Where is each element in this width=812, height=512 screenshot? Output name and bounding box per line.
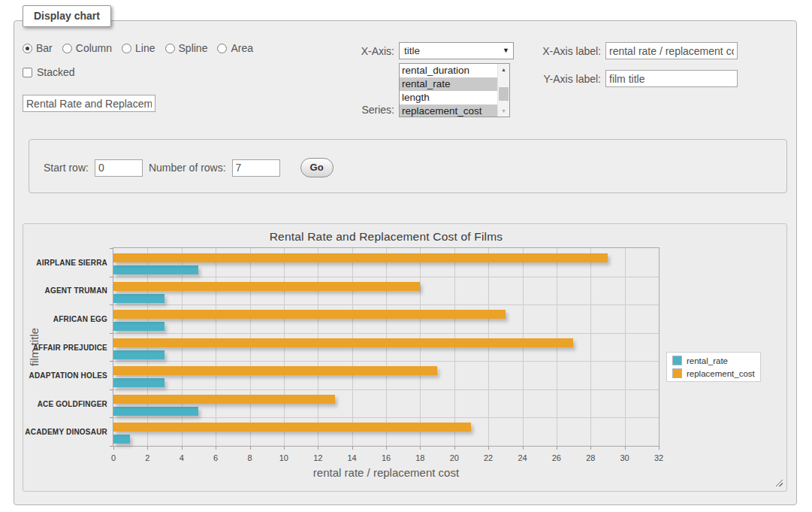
y-axis-tick	[110, 417, 113, 418]
bar-replacement_cost	[113, 282, 420, 291]
chart-title-input[interactable]	[23, 95, 155, 112]
stacked-checkbox[interactable]: Stacked	[23, 66, 75, 78]
plot-area	[113, 247, 660, 447]
legend-item-replacement_cost: replacement_cost	[672, 368, 755, 378]
x-axis-tick	[488, 447, 489, 450]
y-axis-tick	[110, 446, 113, 447]
resize-handle-icon[interactable]	[774, 477, 783, 486]
x-tick-label: 30	[620, 453, 629, 462]
radio-icon[interactable]	[217, 44, 227, 53]
y-axis-tick	[110, 389, 113, 390]
radio-icon[interactable]	[122, 44, 131, 53]
x-tick-label: 18	[415, 453, 424, 462]
x-axis-label-input[interactable]	[605, 42, 738, 59]
x-axis-tick	[454, 447, 455, 450]
x-axis-tick	[420, 447, 421, 450]
category-label: AFFAIR PREJUDICE	[23, 343, 107, 351]
num-rows-input[interactable]	[232, 159, 280, 177]
start-row-input[interactable]	[95, 159, 143, 177]
bar-replacement_cost	[113, 423, 471, 432]
bar-rental_rate	[113, 378, 165, 387]
x-tick-label: 4	[180, 453, 184, 462]
y-axis-label-input[interactable]	[605, 70, 738, 87]
y-axis-tick	[110, 304, 113, 305]
x-tick-label: 24	[518, 453, 527, 462]
category-label: AFRICAN EGG	[23, 314, 107, 323]
x-axis-tick	[523, 447, 524, 450]
gridline	[113, 304, 659, 305]
series-option-rental_rate[interactable]: rental_rate	[400, 77, 497, 91]
x-tick-label: 22	[484, 453, 493, 462]
x-tick-label: 8	[247, 453, 252, 462]
series-scrollbar[interactable]: ▲ ▼	[497, 64, 509, 117]
x-axis-title: rental rate / replacement cost	[113, 466, 660, 479]
chart-legend: rental_ratereplacement_cost	[666, 352, 761, 382]
x-tick-label: 32	[654, 453, 663, 462]
series-option-rental_duration[interactable]: rental_duration	[400, 64, 497, 77]
gridline	[113, 389, 659, 390]
legend-item-rental_rate: rental_rate	[672, 356, 755, 365]
chart-type-radio-column[interactable]: Column	[62, 42, 112, 54]
bar-rental_rate	[113, 265, 198, 274]
category-label: ACADEMY DINOSAUR	[23, 428, 107, 436]
x-tick-label: 10	[279, 453, 288, 462]
x-axis-selected-value: title	[404, 45, 420, 56]
series-multiselect[interactable]: rental_durationrental_ratelengthreplacem…	[399, 63, 510, 117]
x-axis-tick	[250, 447, 251, 450]
go-button[interactable]: Go	[300, 158, 334, 177]
bar-replacement_cost	[113, 253, 608, 262]
chart-type-radio-area[interactable]: Area	[217, 42, 253, 54]
gridline	[113, 277, 659, 277]
chart-type-radio-line[interactable]: Line	[122, 42, 155, 54]
category-label: AIRPLANE SIERRA	[23, 258, 107, 266]
radio-icon[interactable]	[62, 44, 72, 53]
x-tick-label: 28	[586, 453, 595, 462]
x-axis-select[interactable]: title ▼	[399, 42, 514, 59]
x-axis-tick	[659, 447, 660, 450]
x-axis-tick	[182, 447, 183, 450]
page: Display chart BarColumnLineSplineArea St…	[0, 0, 812, 512]
scroll-up-icon[interactable]: ▲	[498, 64, 509, 75]
chart-type-label: Bar	[36, 42, 53, 54]
pagination-row: Start row: Number of rows: Go	[44, 158, 334, 177]
radio-icon[interactable]	[23, 44, 32, 53]
bar-rental_rate	[113, 435, 130, 444]
bar-replacement_cost	[113, 338, 573, 347]
category-label: ACE GOLDFINGER	[23, 399, 107, 407]
legend-swatch	[672, 368, 682, 378]
x-tick-label: 6	[213, 453, 218, 462]
x-tick-label: 26	[552, 453, 561, 462]
y-axis-tick	[110, 277, 113, 277]
chart-type-radio-spline[interactable]: Spline	[165, 42, 208, 54]
x-axis-tick	[625, 447, 626, 450]
chart-type-radio-group: BarColumnLineSplineArea	[23, 42, 253, 54]
checkbox-icon[interactable]	[23, 68, 32, 77]
scroll-down-icon[interactable]: ▼	[498, 105, 509, 117]
stacked-label: Stacked	[37, 66, 75, 78]
chart-container: Rental Rate and Replacement Cost of Film…	[23, 223, 787, 492]
series-option-length[interactable]: length	[400, 91, 497, 105]
series-option-replacement_cost[interactable]: replacement_cost	[400, 105, 497, 117]
radio-icon[interactable]	[165, 44, 175, 53]
legend-swatch	[672, 356, 682, 365]
x-tick-label: 12	[313, 453, 322, 462]
x-axis-tick	[318, 447, 318, 450]
chart-type-label: Spline	[179, 42, 208, 54]
x-axis-select-label: X-Axis:	[319, 45, 394, 57]
x-tick-label: 0	[111, 453, 116, 462]
bar-replacement_cost	[113, 366, 437, 375]
gridline	[113, 333, 659, 334]
chart-type-radio-bar[interactable]: Bar	[23, 42, 53, 54]
y-axis-tick	[110, 248, 113, 249]
gridline	[113, 361, 659, 362]
scrollbar-thumb[interactable]	[499, 87, 509, 101]
y-axis-label-label: Y-Axis label:	[526, 73, 601, 85]
x-tick-label: 20	[450, 453, 459, 462]
x-axis-tick	[386, 447, 387, 450]
start-row-label: Start row:	[44, 162, 89, 174]
series-options: rental_durationrental_ratelengthreplacem…	[400, 64, 509, 117]
y-axis-tick	[110, 333, 113, 334]
bar-replacement_cost	[113, 395, 335, 404]
legend-label: rental_rate	[687, 356, 728, 365]
chevron-down-icon: ▼	[503, 47, 509, 54]
